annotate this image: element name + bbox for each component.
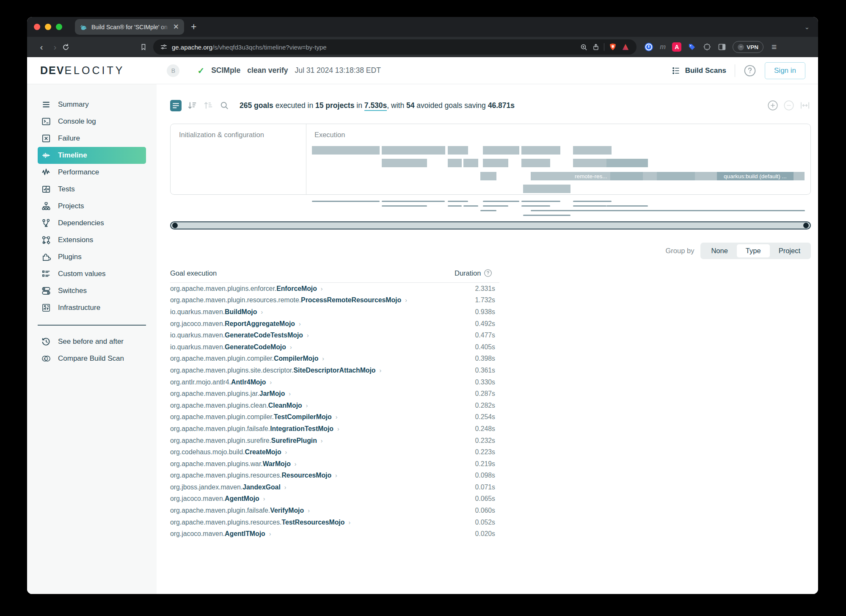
goal-class[interactable]: BuildMojo [225, 308, 257, 316]
question-circle-icon[interactable] [484, 269, 492, 277]
goal-execution-row[interactable]: org.apache.maven.plugin.compiler.Compile… [170, 353, 499, 365]
goal-bar[interactable] [448, 159, 462, 167]
goal-class[interactable]: AgentMojo [225, 495, 259, 503]
goal-execution-row[interactable]: org.apache.maven.plugins.clean.CleanMojo… [170, 400, 499, 412]
chevron-right-icon[interactable]: › [335, 472, 337, 479]
tab-search-chevron-icon[interactable]: ⌄ [804, 23, 810, 31]
new-tab-button[interactable]: + [191, 22, 196, 32]
chevron-right-icon[interactable]: › [321, 437, 323, 444]
goal-class[interactable]: AgentITMojo [225, 530, 265, 538]
chevron-right-icon[interactable]: › [337, 425, 339, 432]
m-extension-icon[interactable]: m [660, 43, 666, 51]
goal-bar[interactable] [573, 159, 606, 167]
avatar-badge[interactable]: B [167, 64, 179, 77]
brave-shield-icon[interactable] [609, 43, 617, 51]
goal-bar[interactable] [448, 146, 468, 155]
vpn-button[interactable]: –VPN [733, 41, 763, 53]
sidebar-item-extensions[interactable]: Extensions [38, 232, 146, 249]
goal-execution-row[interactable]: io.quarkus.maven.GenerateCodeTestsMojo›0… [170, 329, 499, 341]
goal-bar[interactable] [480, 172, 496, 180]
password-manager-icon[interactable] [644, 42, 653, 52]
chevron-right-icon[interactable]: › [284, 484, 287, 491]
sidebar-toggle-icon[interactable] [718, 43, 726, 51]
search-icon[interactable] [219, 100, 230, 111]
menu-icon[interactable]: ≡ [772, 42, 777, 52]
timeline-range-slider[interactable] [170, 221, 811, 229]
share-icon[interactable] [592, 43, 600, 51]
chevron-right-icon[interactable]: › [306, 402, 308, 409]
goal-class[interactable]: EnforceMojo [276, 285, 317, 293]
chevron-right-icon[interactable]: › [261, 309, 263, 315]
goal-class[interactable]: VerifyMojo [270, 507, 304, 514]
goal-bar[interactable] [521, 146, 560, 155]
tab-close-icon[interactable]: ✕ [173, 23, 179, 30]
chevron-right-icon[interactable]: › [295, 461, 297, 467]
group-by-option-none[interactable]: None [702, 244, 736, 257]
maximize-window-button[interactable] [56, 24, 62, 30]
slider-handle-right[interactable] [803, 223, 809, 228]
goal-class[interactable]: IntegrationTestMojo [270, 425, 333, 433]
goal-execution-row[interactable]: io.quarkus.maven.BuildMojo›0.938s [170, 306, 499, 318]
goal-execution-row[interactable]: org.jacoco.maven.ReportAggregateMojo›0.4… [170, 318, 499, 330]
bookmark-icon[interactable] [140, 43, 147, 51]
sidebar-item-custom-values[interactable]: Custom values [38, 265, 146, 282]
goal-class[interactable]: GenerateCodeMojo [225, 343, 286, 351]
sidebar-item-timeline[interactable]: Timeline [38, 147, 146, 164]
goal-bar[interactable] [483, 146, 519, 155]
close-window-button[interactable] [34, 24, 40, 30]
goal-execution-row[interactable]: org.apache.maven.plugins.jar.JarMojo›0.2… [170, 388, 499, 400]
sidebar-item-console-log[interactable]: Console log [38, 113, 146, 130]
goal-execution-row[interactable]: org.apache.maven.plugins.site.descriptor… [170, 365, 499, 376]
chevron-right-icon[interactable]: › [308, 507, 310, 514]
goal-execution-row[interactable]: org.apache.maven.plugin.failsafe.VerifyM… [170, 505, 499, 517]
goal-execution-row[interactable]: org.apache.maven.plugins.resources.Resou… [170, 470, 499, 482]
tune-icon[interactable] [160, 43, 168, 51]
view-toggle-icon[interactable] [170, 100, 182, 111]
goal-bar[interactable] [523, 185, 570, 193]
chevron-right-icon[interactable]: › [263, 495, 265, 502]
chevron-right-icon[interactable]: › [290, 344, 292, 351]
build-scans-link[interactable]: Build Scans [672, 66, 726, 75]
goal-bar[interactable]: remote-res...quarkus:build (default) ... [531, 172, 805, 180]
goal-execution-row[interactable]: org.apache.maven.plugin.failsafe.Integra… [170, 423, 499, 435]
goal-bar[interactable] [483, 159, 508, 167]
goal-class[interactable]: TestResourcesMojo [281, 519, 344, 526]
goal-class[interactable]: ReportAggregateMojo [225, 320, 295, 328]
goal-class[interactable]: ProcessRemoteResourcesMojo [301, 296, 401, 304]
goal-class[interactable]: Antlr4Mojo [231, 378, 266, 386]
sidebar-item-dependencies[interactable]: Dependencies [38, 215, 146, 232]
goal-bar[interactable] [312, 146, 380, 155]
goal-bar[interactable] [521, 159, 550, 167]
chevron-right-icon[interactable]: › [321, 285, 323, 292]
chevron-right-icon[interactable]: › [269, 530, 271, 537]
goal-class[interactable]: JandexGoal [243, 483, 281, 491]
chevron-right-icon[interactable]: › [322, 355, 324, 362]
goal-class[interactable]: TestCompilerMojo [274, 413, 332, 421]
sidebar-item-failure[interactable]: Failure [38, 130, 146, 147]
zoom-page-icon[interactable] [580, 43, 588, 51]
goal-bar[interactable] [382, 146, 445, 155]
sort-asc-icon[interactable] [203, 100, 214, 111]
sort-desc-icon[interactable] [187, 100, 198, 111]
sidebar-action-see-before-and-after[interactable]: See before and after [38, 333, 146, 350]
sidebar-item-infrastructure[interactable]: Infrastructure [38, 299, 146, 316]
goal-class[interactable]: GenerateCodeTestsMojo [225, 331, 303, 339]
a-extension-icon[interactable]: A [672, 42, 681, 52]
slider-handle-left[interactable] [172, 223, 178, 228]
zoom-out-icon[interactable] [783, 99, 795, 111]
goal-execution-row[interactable]: org.jboss.jandex.maven.JandexGoal›0.071s [170, 481, 499, 493]
goal-execution-row[interactable]: org.apache.maven.plugin.surefire.Surefir… [170, 435, 499, 447]
chevron-right-icon[interactable]: › [289, 390, 291, 397]
back-button[interactable]: ‹ [35, 42, 48, 52]
sidebar-item-projects[interactable]: Projects [38, 198, 146, 215]
sidebar-action-compare-build-scan[interactable]: ACompare Build Scan [38, 350, 146, 367]
group-by-option-type[interactable]: Type [737, 244, 770, 257]
sidebar-item-switches[interactable]: Switches [38, 282, 146, 299]
goal-class[interactable]: WarMojo [263, 460, 291, 468]
chevron-right-icon[interactable]: › [307, 332, 309, 339]
goal-class[interactable]: CleanMojo [268, 402, 302, 409]
sidebar-item-plugins[interactable]: Plugins [38, 249, 146, 265]
sidebar-item-tests[interactable]: Tests [38, 181, 146, 198]
fit-width-icon[interactable] [799, 99, 811, 111]
goal-class[interactable]: JarMojo [259, 390, 285, 398]
